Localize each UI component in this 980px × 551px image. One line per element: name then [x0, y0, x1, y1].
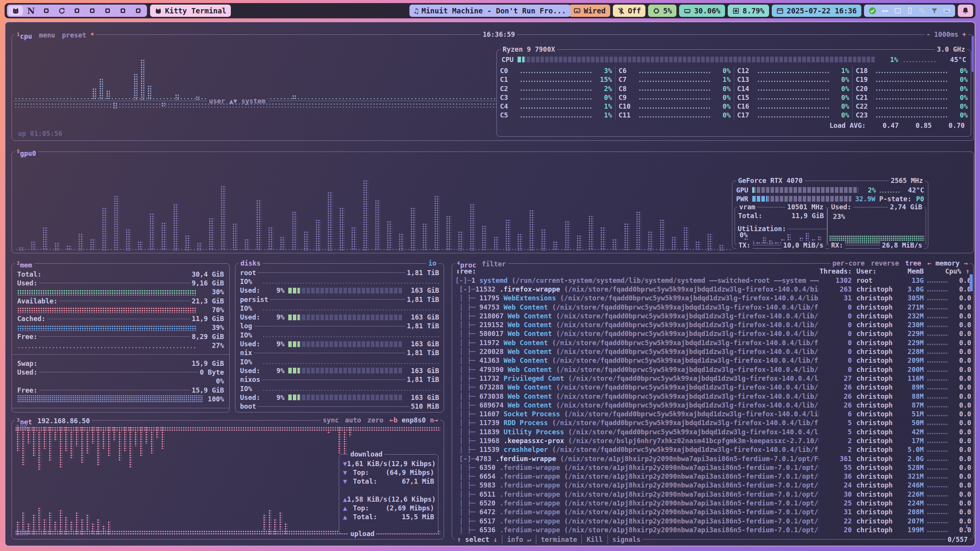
gpu-pstate-value: P0 — [916, 195, 924, 203]
process-row[interactable]: │ ├─ 11739 RDD Process (/nix/store/fqadd… — [455, 419, 971, 427]
interval-decrease-button[interactable]: - — [926, 30, 931, 39]
process-row[interactable]: │ ├─ 689674 Web Content (/nix/store/fqad… — [455, 401, 971, 409]
workspace-terminal[interactable] — [8, 6, 23, 16]
process-row[interactable]: │ ├─ 479390 Web Content (/nix/store/fqad… — [455, 365, 971, 374]
workspace-nvim[interactable]: N — [24, 6, 38, 16]
proc-sort-selector[interactable]: ← memory → — [928, 259, 968, 268]
cpu-module[interactable]: 5% — [648, 5, 676, 17]
keyboard-icon[interactable] — [943, 7, 951, 15]
memory-module[interactable]: 30.06% — [679, 5, 725, 17]
core-cell: C210% — [856, 93, 968, 102]
process-row[interactable]: │ ├─ 41363 Web Content (/nix/store/fqadd… — [455, 356, 971, 365]
clock-module[interactable]: 2025-07-22 16:36 — [772, 5, 861, 17]
refresh-icon — [58, 7, 65, 15]
process-row[interactable]: │ ├─ 6517 .ferdium-wrappe (/nix/store/a1… — [455, 517, 971, 525]
window-tray-icon[interactable] — [894, 7, 902, 15]
process-row[interactable]: │ ├─ 219152 Web Content (/nix/store/fqad… — [455, 320, 971, 329]
process-row[interactable]: │ ├─ 673288 Web Content (/nix/store/fqad… — [455, 383, 971, 392]
process-row[interactable]: │ ├─ 11795 WebExtensions (/nix/store/fqa… — [455, 294, 971, 303]
gpu-usage-bar — [752, 187, 858, 193]
proc-col-memb[interactable]: MemB — [898, 267, 924, 275]
process-row[interactable]: │ ├─ 94753 Web Content (/nix/store/fqadd… — [455, 303, 971, 311]
funnel-icon[interactable] — [931, 7, 938, 15]
process-row[interactable]: │ ├─ 11732 Privileged Cont (/nix/store/f… — [455, 374, 971, 383]
proc-kill-button[interactable]: Kill — [581, 535, 603, 544]
mem-cached-meter — [17, 325, 196, 331]
key-icon[interactable] — [918, 7, 926, 15]
interval-increase-button[interactable]: + — [962, 30, 966, 39]
media-player-button[interactable]: ♫ Minuit Machine - Don't Run Fro... — [410, 5, 571, 17]
check-circle-icon[interactable] — [869, 7, 876, 15]
process-row[interactable]: [-]─1 systemd (/run/current-system/syste… — [455, 276, 971, 285]
process-row[interactable]: │ ├─ 220028 Web Content (/nix/store/fqad… — [455, 347, 971, 356]
proc-col-cpu[interactable]: Cpu% — [945, 267, 961, 275]
proc-col-threads[interactable]: Threads: — [819, 267, 852, 275]
net-auto-toggle[interactable]: auto — [345, 416, 361, 425]
process-row[interactable]: │ ├─ 6472 .ferdium-wrappe (/nix/store/a1… — [455, 508, 971, 517]
cpu-menu-button[interactable]: menu — [39, 31, 55, 40]
bluetooth-module[interactable]: Off — [613, 5, 645, 17]
net-sync-toggle[interactable]: sync — [323, 416, 339, 425]
process-row[interactable]: │ ├─ 6511 .ferdium-wrappe (/nix/store/a1… — [455, 490, 971, 499]
workspace-6[interactable] — [85, 6, 100, 16]
workspace-5[interactable] — [70, 6, 84, 16]
swap-free-label: Free: — [17, 386, 38, 394]
cpu-box: 1cpu menu preset * 16:36:59 - 1000ms + u… — [11, 34, 974, 141]
square-icon — [75, 8, 79, 13]
process-row[interactable]: │ ├─ 218067 Web Content (/nix/store/fqad… — [455, 311, 971, 320]
process-row[interactable]: │ ├─ 673038 Web Content (/nix/store/fqad… — [455, 392, 971, 401]
proc-percore-toggle[interactable]: per-core — [832, 259, 864, 268]
process-row[interactable]: │ ├─ 11972 Web Content (/nix/store/fqadd… — [455, 338, 971, 347]
core-cell: C110% — [619, 111, 731, 120]
up-total-label: Total: — [353, 513, 377, 521]
net-interface-switcher[interactable]: ←b enp8s0 n→ — [390, 416, 438, 425]
proc-reverse-toggle[interactable]: reverse — [871, 259, 899, 268]
process-row[interactable]: │ ├─ 11839 Utility Process (/nix/store/f… — [455, 427, 971, 436]
process-row[interactable]: │ ├─ 580017 Web Content (/nix/store/fqad… — [455, 329, 971, 338]
proc-info-button[interactable]: info ↵ — [502, 535, 531, 544]
workspace-7[interactable] — [100, 6, 115, 16]
process-row[interactable]: │ ├─ 6350 .ferdium-wrappe (/nix/store/a1… — [455, 463, 971, 472]
down-rate-label: 1,61 KiB/s — [347, 460, 387, 468]
process-row[interactable]: │ ├─ 6536 .ferdium-wrappe (/nix/store/a1… — [455, 525, 971, 534]
net-zero-toggle[interactable]: zero — [367, 416, 383, 425]
workspace-8[interactable] — [116, 6, 130, 16]
cpu-preset-button[interactable]: preset * — [62, 31, 94, 40]
mustache-icon[interactable] — [881, 7, 889, 15]
cpu-detail-panel: Ryzen 9 7900X 3.0 GHz CPU 1% 45°C C03%C1… — [497, 49, 971, 137]
process-scrollbar[interactable] — [970, 274, 973, 291]
proc-terminate-button[interactable]: terminate — [536, 535, 577, 544]
process-row[interactable]: │ ├─ 11968 .keepassxc-prox (/nix/store/b… — [455, 436, 971, 445]
proc-filter-button[interactable]: filter — [482, 259, 506, 269]
process-row[interactable]: │ ├─ 11539 crashhelper (/nix/store/fqadd… — [455, 445, 971, 454]
core-cell: C100% — [619, 102, 731, 111]
workspace-3[interactable] — [39, 6, 54, 16]
process-row[interactable]: │ ├─ 5983 .ferdium-wrappe (/nix/store/a1… — [455, 481, 971, 490]
process-row[interactable]: │ ├─ 6520 .ferdium-wrappe (/nix/store/a1… — [455, 499, 971, 507]
phone-icon[interactable] — [906, 7, 914, 15]
clock-readout: 16:36:59 — [483, 30, 515, 39]
load-avg-label: Load AVG: — [830, 122, 866, 129]
proc-tree-toggle[interactable]: tree — [905, 259, 921, 268]
proc-signals-button[interactable]: signals — [608, 535, 641, 544]
process-row[interactable]: │ ├─ 6654 .ferdium-wrappe (/nix/store/a1… — [455, 472, 971, 481]
window-title-button[interactable]: Kitty Terminal — [150, 5, 231, 17]
gpu-rx-rate: 26,8 MiB/s — [882, 241, 922, 250]
gpu-temp-graph — [879, 191, 901, 193]
gpu-usage-pct: 2% — [862, 186, 876, 194]
disk-boot-label: boot — [240, 403, 256, 410]
mem-used-meter — [17, 290, 196, 295]
cpu-total-label: CPU — [501, 56, 514, 64]
process-row[interactable]: [-]─11532 .firefox-wrappe (/nix/store/fq… — [455, 285, 971, 293]
proc-col-user[interactable]: User: — [852, 267, 898, 275]
workspace-9[interactable] — [131, 6, 145, 16]
process-row[interactable]: [-]─4783 .ferdium-wrappe (/nix/store/a1p… — [455, 454, 971, 463]
disks-io-toggle[interactable]: io — [428, 259, 436, 268]
workspace-refresh[interactable] — [54, 6, 69, 16]
process-row[interactable]: │ ├─ 11607 Socket Process (/nix/store/fq… — [455, 409, 971, 418]
network-module[interactable]: Wired — [569, 5, 610, 17]
sort-direction-icon[interactable]: ↑ — [961, 267, 970, 275]
disk-module[interactable]: 8.79% — [728, 5, 769, 17]
notifications-button[interactable] — [958, 5, 973, 17]
proc-select-control[interactable]: ↑ select ↓ — [457, 535, 497, 544]
